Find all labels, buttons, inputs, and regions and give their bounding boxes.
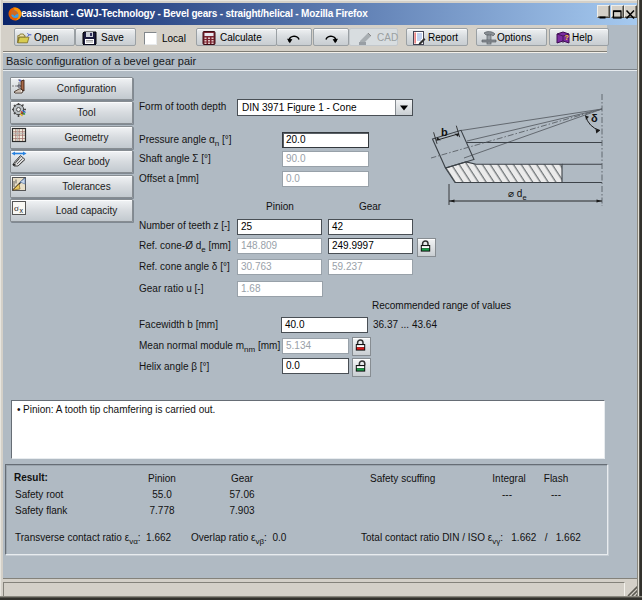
svg-text:?: ? <box>565 34 569 41</box>
svg-text:x: x <box>20 207 24 214</box>
svg-text:σ: σ <box>14 203 19 213</box>
